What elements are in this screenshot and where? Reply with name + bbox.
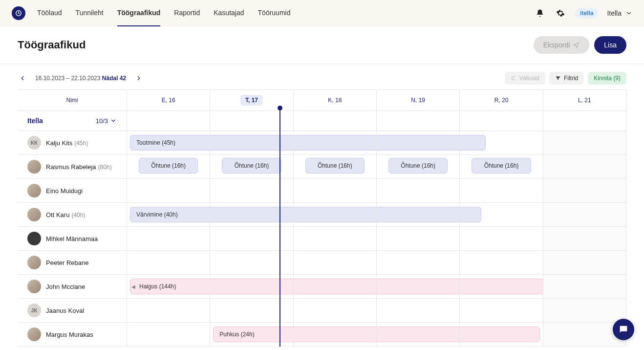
day-cell[interactable]	[210, 131, 293, 155]
day-cell[interactable]	[294, 131, 377, 155]
avatar: KK	[27, 136, 41, 150]
day-cell[interactable]	[377, 299, 460, 323]
column-header-day-2: K, 18	[294, 90, 377, 111]
day-cell[interactable]: Värvimine (40h)	[127, 203, 210, 227]
chevron-down-icon	[110, 117, 117, 124]
day-cell[interactable]	[377, 131, 460, 155]
day-cell[interactable]	[460, 131, 543, 155]
person-name: Kalju Kits	[46, 139, 72, 147]
day-cell[interactable]	[294, 203, 377, 227]
filters-chip[interactable]: Filtrid	[549, 72, 584, 85]
shift-block[interactable]: Õhtune (16h)	[139, 158, 198, 174]
day-cell[interactable]	[377, 227, 460, 251]
day-cell[interactable]	[210, 227, 293, 251]
toolbar-filters: Vallusid Filtrid Kinnita (9)	[505, 72, 626, 85]
day-cell[interactable]: Tootmine (45h)	[127, 131, 210, 155]
date-range[interactable]: 16.10.2023 – 22.10.2023 Nädal 42	[35, 75, 126, 82]
day-cell[interactable]	[543, 251, 626, 275]
shift-block[interactable]: Õhtune (16h)	[472, 158, 531, 174]
nav-item-0[interactable]: Töölaud	[37, 0, 62, 26]
org-selector[interactable]: Itella	[607, 9, 632, 17]
nav-item-4[interactable]: Kasutajad	[214, 0, 244, 26]
day-cell[interactable]	[377, 323, 460, 347]
bell-icon[interactable]	[534, 7, 546, 19]
day-cell[interactable]	[294, 179, 377, 203]
date-range-text: 16.10.2023 – 22.10.2023	[35, 75, 100, 82]
day-cell[interactable]	[377, 179, 460, 203]
day-cell[interactable]	[377, 251, 460, 275]
day-cell[interactable]	[543, 179, 626, 203]
day-cell[interactable]	[460, 203, 543, 227]
day-cell[interactable]	[460, 227, 543, 251]
next-week-button[interactable]	[134, 73, 144, 83]
avatar	[27, 280, 41, 293]
add-button[interactable]: Lisa	[594, 36, 626, 54]
group-empty-cell	[294, 111, 377, 131]
day-cell[interactable]	[127, 323, 210, 347]
day-cell[interactable]	[543, 203, 626, 227]
day-cell[interactable]: Õhtune (16h)	[127, 155, 210, 179]
day-cell[interactable]	[460, 275, 543, 299]
person-name-cell[interactable]: John Mcclane	[18, 275, 127, 299]
confirm-chip[interactable]: Kinnita (9)	[588, 72, 626, 85]
app-logo[interactable]	[12, 6, 25, 20]
person-name-cell[interactable]: Margus Murakas	[18, 323, 127, 347]
chat-button[interactable]	[613, 319, 634, 340]
day-cell[interactable]	[210, 299, 293, 323]
person-name: Jaanus Koval	[46, 307, 84, 314]
person-name-cell[interactable]: Mihkel Männamaa	[18, 227, 127, 251]
day-cell[interactable]	[460, 251, 543, 275]
add-label: Lisa	[604, 41, 617, 49]
nav-item-2[interactable]: Töögraafikud	[117, 0, 161, 26]
day-cell[interactable]: Puhkus (24h)	[210, 323, 293, 347]
group-empty-cell	[460, 111, 543, 131]
nav-item-5[interactable]: Tööruumid	[258, 0, 291, 26]
export-button[interactable]: Ekspordi	[534, 36, 589, 54]
day-cell[interactable]: ◀Haigus (144h)▶	[127, 275, 210, 299]
day-cell[interactable]	[127, 179, 210, 203]
shift-block[interactable]: Õhtune (16h)	[222, 158, 281, 174]
person-name-cell[interactable]: JKJaanus Koval	[18, 299, 127, 323]
day-cell[interactable]	[210, 251, 293, 275]
shift-block[interactable]: Õhtune (16h)	[305, 158, 365, 174]
day-cell[interactable]	[127, 227, 210, 251]
nav-item-1[interactable]: Tunnileht	[76, 0, 104, 26]
person-name-cell[interactable]: Rasmus Rabeleja(80h)	[18, 155, 127, 179]
person-name-cell[interactable]: Eino Muidugi	[18, 179, 127, 203]
gear-icon[interactable]	[555, 7, 566, 19]
day-cell[interactable]	[127, 299, 210, 323]
day-cell[interactable]	[294, 227, 377, 251]
shift-block[interactable]: Õhtune (16h)	[388, 158, 448, 174]
day-cell[interactable]	[127, 251, 210, 275]
day-cell[interactable]	[460, 323, 543, 347]
person-name-cell[interactable]: Ott Karu(40h)	[18, 203, 127, 227]
day-cell[interactable]	[460, 299, 543, 323]
day-cell[interactable]	[294, 275, 377, 299]
day-cell[interactable]	[543, 131, 626, 155]
shift-span-label: Puhkus (24h)	[219, 331, 254, 338]
day-cell[interactable]	[210, 179, 293, 203]
day-cell[interactable]	[294, 251, 377, 275]
day-cell[interactable]: Õhtune (16h)	[460, 155, 543, 179]
avatar: JK	[27, 304, 41, 317]
day-cell[interactable]	[210, 275, 293, 299]
confirm-label: Kinnita (9)	[594, 75, 621, 82]
day-cell[interactable]	[543, 299, 626, 323]
day-cell[interactable]	[294, 323, 377, 347]
day-cell[interactable]: Õhtune (16h)	[377, 155, 460, 179]
day-cell[interactable]	[543, 275, 626, 299]
day-cell[interactable]	[543, 155, 626, 179]
group-toggle[interactable]: Itella10/3	[18, 111, 127, 131]
prev-week-button[interactable]	[18, 73, 27, 83]
day-cell[interactable]: Õhtune (16h)	[294, 155, 377, 179]
day-cell[interactable]	[460, 179, 543, 203]
person-name-cell[interactable]: KKKalju Kits(45h)	[18, 131, 127, 155]
day-cell[interactable]: Õhtune (16h)	[210, 155, 293, 179]
day-cell[interactable]	[543, 227, 626, 251]
day-cell[interactable]	[210, 203, 293, 227]
day-cell[interactable]	[377, 203, 460, 227]
day-cell[interactable]	[377, 275, 460, 299]
nav-item-3[interactable]: Raportid	[174, 0, 200, 26]
day-cell[interactable]	[294, 299, 377, 323]
person-name-cell[interactable]: Peeter Rebane	[18, 251, 127, 275]
